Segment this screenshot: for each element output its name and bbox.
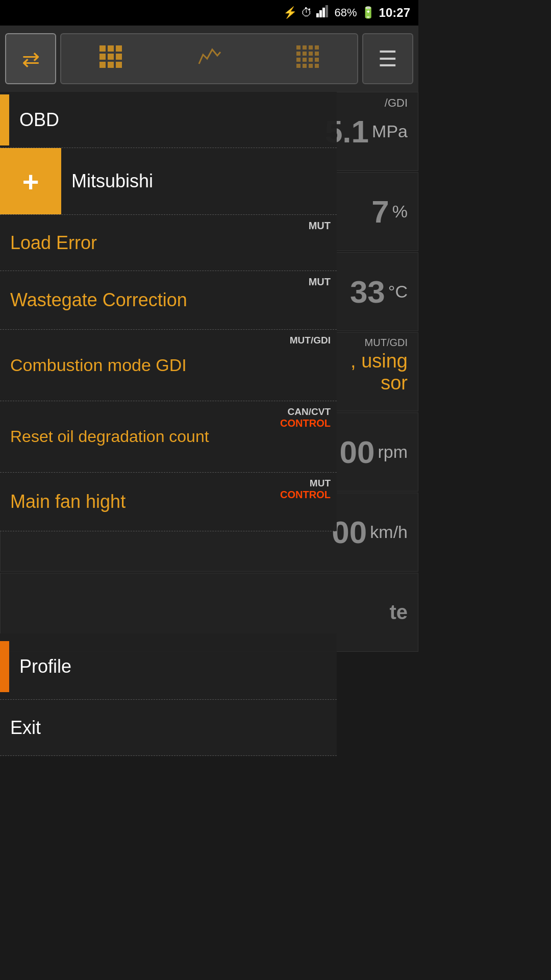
reset-oil-control: CONTROL [280,418,331,429]
toolbar-center-icons [60,33,358,84]
svg-rect-21 [296,58,300,62]
kmh-value: 00 [332,514,367,550]
svg-rect-18 [303,52,307,56]
svg-rect-27 [309,64,313,68]
te-value: te [389,601,408,624]
menu-item-mitsubishi[interactable]: + Mitsubishi [0,148,337,215]
profile-accent [0,641,9,692]
percent-value: 7 [371,193,389,230]
svg-rect-4 [99,45,106,52]
svg-rect-12 [116,62,122,68]
reset-oil-label: Reset oil degradation count [10,427,209,446]
menu-item-wastegate[interactable]: Wastegate Correction MUT [0,271,337,330]
menu-item-main-fan[interactable]: Main fan hight MUT CONTROL [0,473,337,531]
chart-icon [197,44,221,74]
menu-item-obd[interactable]: OBD [0,92,337,148]
switch-button[interactable]: ⇄ [5,33,56,84]
main-fan-control: CONTROL [280,489,331,501]
battery-text: 68% [335,6,357,19]
menu-item-exit[interactable]: Exit [0,700,337,756]
main-fan-badge-group: MUT CONTROL [280,478,331,501]
menu-item-reset-oil[interactable]: Reset oil degradation count CAN/CVT CONT… [0,401,337,473]
mitsubishi-label: Mitsubishi [71,170,153,191]
svg-rect-16 [315,45,319,50]
mitsubishi-content: Mitsubishi [61,161,337,201]
main-area: /GDI 5.1 MPa 7 % 33 °C MUT/GDI , using s… [0,92,418,980]
reset-oil-badge: CAN/CVT [280,406,331,418]
alarm-icon: ⏱ [301,6,312,19]
profile-content: Profile [9,647,337,687]
svg-rect-6 [116,45,122,52]
badge-mut-gdi: MUT/GDI [365,337,408,349]
wastegate-badge: MUT [309,276,331,288]
status-icons: ⚡ ⏱ 68% 🔋 [283,5,375,20]
badge-gdi: /GDI [385,96,408,110]
svg-rect-9 [116,54,122,60]
svg-rect-15 [309,45,313,50]
svg-rect-14 [303,45,307,50]
svg-rect-28 [315,64,319,68]
profile-label: Profile [19,656,71,677]
svg-rect-22 [303,58,307,62]
menu-button[interactable]: ☰ [362,33,413,84]
exit-label: Exit [10,717,41,738]
exit-content: Exit [0,708,337,748]
status-bar: ⚡ ⏱ 68% 🔋 10:27 [0,0,418,26]
celsius-value: 33 [350,274,385,310]
svg-rect-11 [108,62,114,68]
load-error-label: Load Error [10,232,97,253]
reset-oil-badge-group: CAN/CVT CONTROL [280,406,331,429]
grid-icon-1 [98,44,123,74]
obd-accent [0,94,9,145]
svg-rect-24 [315,58,319,62]
menu-item-profile[interactable]: Profile [0,633,337,700]
toolbar: ⇄ [0,26,418,92]
svg-rect-1 [319,10,322,17]
menu-spacer [0,531,337,633]
main-fan-label: Main fan hight [10,491,126,512]
svg-rect-5 [108,45,114,52]
menu-item-combustion[interactable]: Combustion mode GDI MUT/GDI [0,330,337,401]
bluetooth-icon: ⚡ [283,6,297,19]
svg-rect-19 [309,52,313,56]
load-error-content: Load Error [0,223,337,263]
menu-overlay: OBD + Mitsubishi Load Error MUT Wastegat… [0,92,337,980]
svg-rect-2 [322,8,325,17]
celsius-unit: °C [388,282,408,302]
svg-rect-0 [316,13,319,17]
svg-rect-8 [108,54,114,60]
switch-icon: ⇄ [22,46,40,71]
svg-rect-25 [296,64,300,68]
svg-rect-13 [296,45,300,50]
plus-icon: + [22,165,39,198]
obd-label: OBD [19,109,59,130]
mpa-unit: MPa [372,121,408,141]
main-fan-badge: MUT [280,478,331,489]
svg-rect-7 [99,54,106,60]
menu-icon: ☰ [378,46,397,71]
svg-rect-17 [296,52,300,56]
using-text: , using [350,350,408,372]
menu-item-load-error[interactable]: Load Error MUT [0,215,337,271]
combustion-badge: MUT/GDI [290,335,331,346]
svg-rect-3 [325,5,328,17]
svg-rect-26 [303,64,307,68]
add-button[interactable]: + [0,148,61,214]
clock: 10:27 [379,6,410,20]
grid-icon-2 [295,44,320,74]
battery-icon: 🔋 [361,6,375,19]
wastegate-content: Wastegate Correction [0,280,337,320]
load-error-badge: MUT [309,220,331,232]
svg-rect-10 [99,62,106,68]
wastegate-label: Wastegate Correction [10,289,187,310]
sor-text: sor [381,372,408,394]
signal-icon [316,5,331,20]
combustion-content: Combustion mode GDI [0,346,337,384]
svg-rect-20 [315,52,319,56]
obd-content: OBD [9,100,337,140]
rpm-unit: rpm [378,442,408,462]
percent-unit: % [392,202,408,222]
rpm-value: 00 [339,434,374,470]
combustion-label: Combustion mode GDI [10,355,187,375]
kmh-unit: km/h [370,522,408,542]
